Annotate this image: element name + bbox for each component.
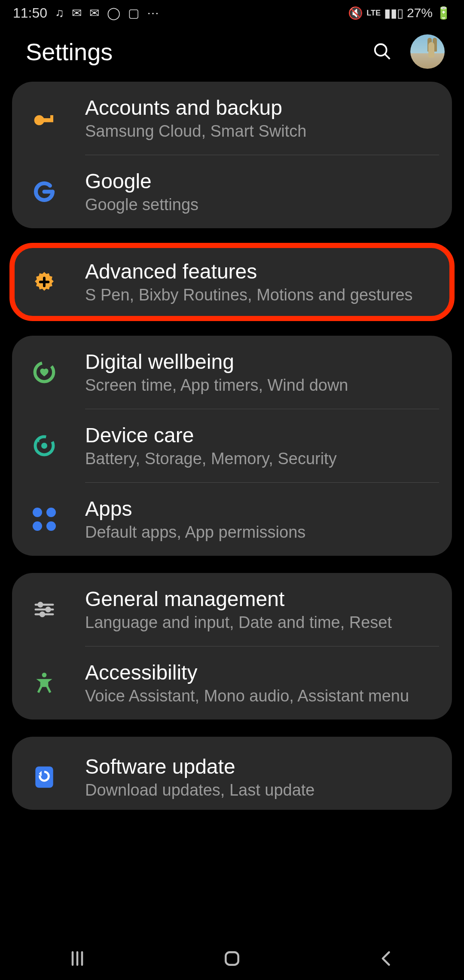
battery-pct: 27% (407, 6, 433, 20)
row-subtitle: Samsung Cloud, Smart Switch (85, 122, 430, 141)
settings-list[interactable]: Accounts and backup Samsung Cloud, Smart… (0, 82, 464, 810)
row-text: Advanced features S Pen, Bixby Routines,… (85, 260, 430, 304)
svg-rect-4 (50, 115, 53, 119)
settings-group: General management Language and input, D… (12, 573, 452, 720)
row-title: Accounts and backup (85, 96, 430, 119)
google-icon (29, 177, 59, 207)
person-icon (29, 668, 59, 698)
voicemail-icon: ✉ (72, 6, 82, 20)
svg-point-15 (40, 612, 44, 616)
heart-ring-icon (29, 357, 59, 387)
watch-icon: ◯ (107, 6, 120, 20)
row-subtitle: Default apps, App permissions (85, 523, 430, 542)
recent-icon (68, 949, 87, 968)
image-icon: ▢ (128, 6, 139, 20)
status-right: 🔇 LTE ▮▮▯ 27% 🔋 (348, 6, 451, 20)
svg-rect-22 (226, 952, 238, 965)
row-general-management[interactable]: General management Language and input, D… (12, 573, 452, 646)
status-bar: 11:50 ♫ ✉ ✉ ◯ ▢ ⋯ 🔇 LTE ▮▮▯ 27% 🔋 (0, 0, 464, 26)
row-accounts-backup[interactable]: Accounts and backup Samsung Cloud, Smart… (12, 82, 452, 155)
svg-point-13 (39, 603, 43, 606)
sliders-icon (29, 594, 59, 625)
row-title: Google (85, 169, 430, 193)
row-subtitle: Voice Assistant, Mono audio, Assistant m… (85, 687, 430, 705)
profile-avatar[interactable] (410, 34, 445, 69)
header-actions (372, 34, 445, 69)
row-title: Accessibility (85, 661, 430, 684)
svg-point-8 (41, 443, 47, 449)
signal-icon: ▮▮▯ (384, 6, 403, 20)
svg-rect-17 (35, 766, 53, 788)
row-subtitle: Google settings (85, 196, 430, 214)
row-subtitle: Download updates, Last update (85, 781, 430, 799)
back-icon (377, 949, 396, 968)
settings-group-highlighted: Advanced features S Pen, Bixby Routines,… (12, 245, 452, 318)
back-button[interactable] (361, 946, 412, 971)
status-left: 11:50 ♫ ✉ ✉ ◯ ▢ ⋯ (13, 5, 159, 21)
svg-line-1 (385, 54, 390, 59)
row-text: Google Google settings (85, 169, 430, 214)
row-text: Accounts and backup Samsung Cloud, Smart… (85, 96, 430, 141)
row-advanced-features[interactable]: Advanced features S Pen, Bixby Routines,… (12, 245, 452, 318)
row-digital-wellbeing[interactable]: Digital wellbeing Screen time, App timer… (12, 336, 452, 409)
row-title: Advanced features (85, 260, 430, 283)
row-accessibility[interactable]: Accessibility Voice Assistant, Mono audi… (12, 646, 452, 720)
search-icon (372, 42, 392, 61)
row-title: General management (85, 587, 430, 611)
row-title: Software update (85, 755, 430, 778)
row-text: General management Language and input, D… (85, 587, 430, 632)
refresh-ring-icon (29, 431, 59, 461)
row-subtitle: Battery, Storage, Memory, Security (85, 450, 430, 468)
overflow-icon: ⋯ (147, 6, 159, 20)
row-title: Digital wellbeing (85, 350, 430, 374)
mute-icon: 🔇 (348, 6, 363, 20)
row-text: Device care Battery, Storage, Memory, Se… (85, 423, 430, 468)
battery-icon: 🔋 (436, 6, 451, 20)
search-button[interactable] (372, 41, 393, 62)
nav-bar (0, 937, 464, 980)
svg-point-16 (42, 673, 47, 677)
row-text: Digital wellbeing Screen time, App timer… (85, 350, 430, 395)
settings-group: Digital wellbeing Screen time, App timer… (12, 336, 452, 556)
row-title: Device care (85, 423, 430, 447)
row-text: Software update Download updates, Last u… (85, 755, 430, 799)
header: Settings (0, 26, 464, 82)
row-subtitle: S Pen, Bixby Routines, Motions and gestu… (85, 286, 430, 304)
row-text: Accessibility Voice Assistant, Mono audi… (85, 661, 430, 705)
page-title: Settings (26, 38, 372, 66)
music-icon: ♫ (55, 6, 64, 20)
settings-group: Accounts and backup Samsung Cloud, Smart… (12, 82, 452, 228)
row-device-care[interactable]: Device care Battery, Storage, Memory, Se… (12, 409, 452, 482)
network-icon: LTE (366, 10, 381, 16)
recent-apps-button[interactable] (52, 946, 103, 971)
row-apps[interactable]: Apps Default apps, App permissions (12, 483, 452, 556)
row-title: Apps (85, 497, 430, 521)
refresh-card-icon (29, 762, 59, 792)
voicemail2-icon: ✉ (89, 6, 99, 20)
row-subtitle: Screen time, App timers, Wind down (85, 376, 430, 395)
row-text: Apps Default apps, App permissions (85, 497, 430, 542)
key-icon (29, 103, 59, 133)
row-google[interactable]: Google Google settings (12, 155, 452, 228)
row-subtitle: Language and input, Date and time, Reset (85, 613, 430, 632)
home-button[interactable] (206, 946, 258, 971)
gear-plus-icon (29, 267, 59, 297)
settings-group: Software update Download updates, Last u… (12, 737, 452, 810)
row-software-update[interactable]: Software update Download updates, Last u… (12, 737, 452, 810)
apps-icon (29, 504, 59, 534)
status-time: 11:50 (13, 5, 47, 21)
home-icon (223, 949, 241, 968)
svg-point-14 (46, 608, 50, 612)
svg-point-0 (375, 44, 387, 56)
